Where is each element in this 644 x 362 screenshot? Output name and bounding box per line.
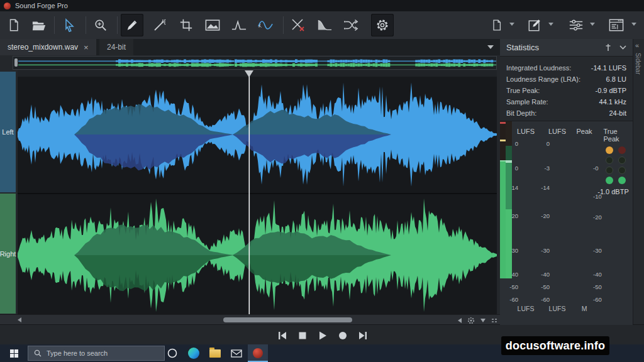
sound-forge-taskbar-icon[interactable] xyxy=(248,344,268,362)
lufs-right-tick: -40 xyxy=(531,272,550,277)
play-button[interactable] xyxy=(314,327,331,344)
channel-label-right: Right xyxy=(0,250,16,258)
zoom-tool-icon[interactable] xyxy=(89,14,112,36)
channel-converter-menu-icon[interactable] xyxy=(565,14,587,36)
true-peak-led xyxy=(618,167,626,174)
loudness-meters: LUFSLUFSPeakTrue Peak00-14-20-30-40-50-6… xyxy=(500,121,633,325)
event-tool-icon[interactable] xyxy=(201,14,224,36)
edit-cursor-icon[interactable] xyxy=(58,14,80,36)
channel-strip-left[interactable]: Left xyxy=(0,72,16,192)
statistics-panel: Statistics Integrated Loudness:-14.1 LUF… xyxy=(500,39,633,324)
pencil-tool-icon[interactable] xyxy=(121,14,143,36)
scroll-left-arrow[interactable] xyxy=(18,317,21,322)
title-bar: Sound Forge Pro xyxy=(0,0,644,11)
mute-tool-icon[interactable] xyxy=(287,14,309,36)
true-peak-header: True Peak xyxy=(604,128,623,143)
true-peak-led xyxy=(618,177,626,184)
search-icon xyxy=(34,349,42,357)
tab-label: 24-bit xyxy=(107,43,126,52)
lufs-right-header: LUFS xyxy=(548,128,566,135)
taskbar-search-input[interactable]: Type here to search xyxy=(28,346,165,361)
sidebar-label: Sidebar xyxy=(635,53,641,74)
overview-bar[interactable] xyxy=(13,56,497,70)
peak-footer: M xyxy=(582,305,587,312)
lufs-right-tick: -30 xyxy=(531,248,550,253)
watermark-text: docusoftware.info xyxy=(506,339,605,353)
window-title: Sound Forge Pro xyxy=(15,2,68,9)
go-to-end-button[interactable] xyxy=(355,327,371,344)
true-peak-led xyxy=(606,146,613,154)
tab-list-dropdown[interactable] xyxy=(487,45,494,49)
window-layout-menu-icon[interactable] xyxy=(605,14,628,36)
zoom-dropdown-icon[interactable] xyxy=(480,319,486,322)
edge-browser-icon[interactable] xyxy=(184,344,204,362)
true-peak-led xyxy=(606,167,613,174)
record-button[interactable] xyxy=(335,327,351,344)
tab-label: stereo_mixdown.wav xyxy=(8,43,78,52)
peak-tick: -50 xyxy=(593,285,612,290)
stat-true-peak: True Peak:-0.9 dBTP xyxy=(506,87,626,98)
tab-stereo-mixdown[interactable]: stereo_mixdown.wav × xyxy=(0,39,96,55)
cortana-icon[interactable] xyxy=(162,344,182,362)
new-document-menu-icon[interactable] xyxy=(486,14,508,36)
lufs-right-tick: -3 xyxy=(531,166,550,171)
go-to-start-button[interactable] xyxy=(274,327,291,344)
interleave-tool-icon[interactable] xyxy=(340,14,362,36)
channel-converter-dropdown[interactable] xyxy=(590,23,595,26)
collapse-icon[interactable]: « xyxy=(635,41,639,49)
pin-icon[interactable] xyxy=(604,43,612,52)
statistics-title: Statistics xyxy=(506,43,604,52)
draw-curve-icon[interactable] xyxy=(254,14,277,36)
stat-bit-depth: Bit Depth:24-bit xyxy=(506,109,626,121)
app-icon xyxy=(4,3,11,9)
lufs-left-header: LUFS xyxy=(517,128,535,135)
peak-header: Peak xyxy=(576,128,592,135)
waveform-display[interactable] xyxy=(18,70,497,314)
settings-gear-icon[interactable] xyxy=(371,14,394,36)
lufs-left-footer: LUFS xyxy=(518,305,535,312)
zoom-out-icon[interactable] xyxy=(458,318,462,323)
channel-label-left: Left xyxy=(2,128,13,136)
channel-strip-right[interactable]: Right xyxy=(0,194,16,314)
peak-tick: -60 xyxy=(593,297,612,302)
zoom-fit-icon[interactable] xyxy=(491,317,497,324)
lufs-right-tick: -60 xyxy=(531,297,550,302)
file-explorer-icon[interactable] xyxy=(205,344,225,362)
envelope-tool-icon[interactable] xyxy=(228,14,250,36)
true-peak-led xyxy=(618,146,626,154)
tab-24bit[interactable]: 24-bit xyxy=(99,39,133,55)
magic-wand-icon[interactable] xyxy=(148,14,171,36)
tab-close-icon[interactable]: × xyxy=(84,43,89,52)
peak-tick: -30 xyxy=(593,248,612,253)
edit-menu-icon[interactable] xyxy=(523,14,546,36)
window-layout-dropdown[interactable] xyxy=(631,23,636,26)
start-button[interactable] xyxy=(0,344,28,362)
search-placeholder: Type here to search xyxy=(47,349,108,357)
lufs-right-tick: -20 xyxy=(531,214,550,219)
true-peak-value: -1.0 dBTP xyxy=(597,188,629,195)
statistics-header[interactable]: Statistics xyxy=(500,39,633,57)
lufs-right-tick: -50 xyxy=(531,285,550,290)
edit-menu-dropdown[interactable] xyxy=(548,23,553,26)
mail-icon[interactable] xyxy=(226,344,247,362)
new-file-icon[interactable] xyxy=(3,14,25,36)
sidebar-collapse-strip[interactable]: « Sidebar xyxy=(633,39,644,324)
windows-logo-icon xyxy=(10,349,18,358)
main-toolbar xyxy=(0,11,644,40)
stat-sample-rate: Sample Rate:44.1 kHz xyxy=(506,98,626,109)
wave-scrollbar-row xyxy=(0,314,500,325)
scrollbar-thumb[interactable] xyxy=(223,317,352,322)
open-file-icon[interactable] xyxy=(28,14,50,36)
stop-button[interactable] xyxy=(294,327,311,344)
zoom-settings-gear-icon[interactable] xyxy=(467,317,475,324)
crop-tool-icon[interactable] xyxy=(175,14,197,36)
peak-tick: -40 xyxy=(593,272,612,277)
chevron-down-icon[interactable] xyxy=(619,45,626,50)
true-peak-led xyxy=(606,156,613,164)
fade-tool-icon[interactable] xyxy=(313,14,336,36)
new-document-dropdown[interactable] xyxy=(509,23,514,26)
lufs-left-tick: -50 xyxy=(499,285,518,290)
lufs-right-footer: LUFS xyxy=(549,305,566,312)
peak-tick: -20 xyxy=(593,215,612,220)
document-tab-bar: stereo_mixdown.wav × 24-bit xyxy=(0,39,500,55)
